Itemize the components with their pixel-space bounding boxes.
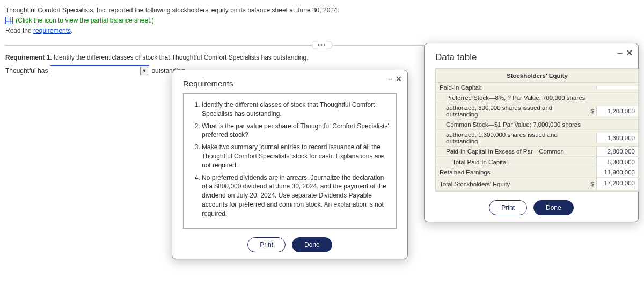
requirement-number: Requirement 1. — [5, 54, 52, 61]
read-prefix: Read the — [5, 27, 33, 34]
requirements-link[interactable]: requirements — [33, 27, 71, 34]
ellipsis-toggle[interactable]: ••• — [312, 41, 333, 49]
equity-table: Stockholders' Equity Paid-In Capital: Pr… — [435, 68, 639, 82]
table-icon[interactable] — [5, 17, 13, 24]
minimize-icon[interactable]: – — [388, 75, 392, 82]
blank-before: Thoughtful has — [5, 67, 48, 75]
close-icon[interactable]: ✕ — [396, 75, 402, 82]
requirements-popup: – ✕ Requirements Identify the different … — [172, 70, 408, 82]
minimize-icon[interactable]: – — [617, 48, 623, 59]
view-balance-sheet-link[interactable]: (Click the icon to view the partial bala… — [16, 17, 153, 24]
data-table-popup: – ✕ Data table Stockholders' Equity Paid… — [424, 43, 639, 82]
table-heading: Stockholders' Equity — [436, 69, 638, 82]
read-period: . — [71, 27, 72, 34]
popup-title: Data table — [435, 52, 627, 63]
chevron-down-icon[interactable]: ▼ — [140, 67, 148, 75]
stock-class-dropdown[interactable] — [50, 65, 149, 76]
popup-title: Requirements — [183, 79, 397, 82]
svg-rect-0 — [6, 17, 13, 24]
requirement-text: Identify the different classes of stock … — [52, 54, 309, 61]
close-icon[interactable]: ✕ — [626, 48, 633, 59]
intro-line: Thoughtful Comfort Specialists, Inc. rep… — [5, 5, 639, 16]
